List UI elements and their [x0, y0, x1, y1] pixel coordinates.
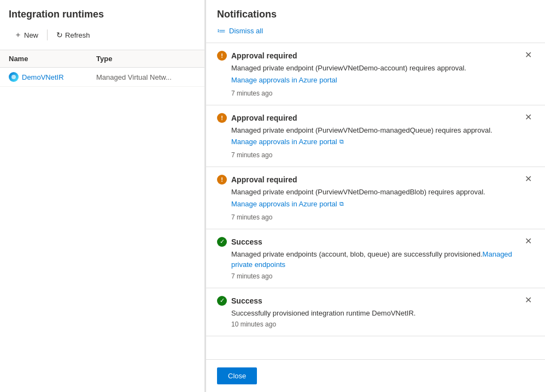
- notif-title-row-3: ! Approval required: [217, 175, 297, 185]
- external-link-icon-3: ⧉: [339, 200, 344, 207]
- notif-body-5: Successfully provisioned integration run…: [217, 308, 534, 319]
- notifications-title: Notifications: [217, 9, 534, 20]
- success-icon-4: ✓: [217, 237, 227, 247]
- notif-close-button-5[interactable]: ✕: [523, 296, 534, 305]
- notif-title-row-5: ✓ Success: [217, 296, 262, 306]
- new-label: New: [24, 31, 38, 39]
- toolbar: ＋ New ↻ Refresh: [9, 27, 196, 43]
- notif-title-row-1: ! Approval required: [217, 51, 297, 61]
- notif-type-title-1: Approval required: [231, 51, 297, 60]
- warning-icon-3: !: [217, 175, 227, 185]
- notif-type-title-4: Success: [231, 237, 262, 246]
- plus-icon: ＋: [14, 30, 22, 40]
- notif-time-3: 7 minutes ago: [217, 213, 534, 221]
- notif-link-1[interactable]: Manage approvals in Azure portal: [217, 76, 337, 84]
- notif-close-button-3[interactable]: ✕: [523, 175, 534, 183]
- notification-item-1: ! Approval required ✕ Managed private en…: [206, 43, 545, 105]
- notification-item-3: ! Approval required ✕ Managed private en…: [206, 167, 545, 229]
- col-name-header: Name: [9, 55, 96, 63]
- notification-item-4: ✓ Success ✕ Managed private endpoints (a…: [206, 229, 545, 288]
- notif-item-header-3: ! Approval required ✕: [217, 175, 534, 185]
- notif-type-title-5: Success: [231, 296, 262, 305]
- notif-body-1: Managed private endpoint (PurviewVNetDem…: [217, 63, 534, 74]
- row-type-cell: Managed Virtual Netw...: [96, 73, 196, 81]
- notif-link-3[interactable]: Manage approvals in Azure portal ⧉: [217, 200, 344, 208]
- table-header: Name Type: [0, 50, 204, 68]
- external-link-icon-2: ⧉: [339, 138, 344, 145]
- notif-item-header-4: ✓ Success ✕: [217, 237, 534, 247]
- notif-link-text-2: Manage approvals in Azure portal: [231, 138, 337, 146]
- notif-time-1: 7 minutes ago: [217, 90, 534, 97]
- notif-title-row-4: ✓ Success: [217, 237, 262, 247]
- warning-icon-2: !: [217, 113, 227, 123]
- notif-item-header-5: ✓ Success ✕: [217, 296, 534, 306]
- close-button[interactable]: Close: [217, 367, 257, 384]
- warning-icon-1: !: [217, 51, 227, 61]
- notification-item-5: ✓ Success ✕ Successfully provisioned int…: [206, 288, 545, 337]
- dismiss-all-icon: ≔: [217, 26, 226, 36]
- dismiss-all-label: Dismiss all: [229, 27, 263, 35]
- left-header: Integration runtimes ＋ New ↻ Refresh: [0, 0, 204, 50]
- success-icon-5: ✓: [217, 296, 227, 306]
- notif-item-header-2: ! Approval required ✕: [217, 113, 534, 123]
- notif-close-button-4[interactable]: ✕: [523, 237, 534, 246]
- left-panel: Integration runtimes ＋ New ↻ Refresh Nam…: [0, 0, 205, 392]
- notif-link-2[interactable]: Manage approvals in Azure portal ⧉: [217, 138, 344, 146]
- runtime-icon: [9, 72, 19, 82]
- notifications-list: ! Approval required ✕ Managed private en…: [206, 43, 545, 359]
- notif-close-button-2[interactable]: ✕: [523, 113, 534, 122]
- notif-link-text-3: Manage approvals in Azure portal: [231, 200, 337, 208]
- notif-body-3: Managed private endpoint (PurviewVNetDem…: [217, 187, 534, 198]
- notifications-panel: Notifications ≔ Dismiss all ! Approval r…: [205, 0, 545, 392]
- runtime-name-link[interactable]: DemoVNetIR: [22, 73, 64, 81]
- notif-time-5: 10 minutes ago: [217, 320, 534, 328]
- notif-title-row-2: ! Approval required: [217, 113, 297, 123]
- notification-item-2: ! Approval required ✕ Managed private en…: [206, 105, 545, 168]
- notifications-header: Notifications ≔ Dismiss all: [206, 0, 545, 43]
- row-name-cell: DemoVNetIR: [9, 72, 96, 82]
- notif-time-4: 7 minutes ago: [217, 272, 534, 280]
- col-type-header: Type: [96, 55, 196, 63]
- notifications-footer: Close: [206, 359, 545, 392]
- notif-body-4: Managed private endpoints (account, blob…: [217, 249, 534, 270]
- refresh-label: Refresh: [65, 31, 90, 39]
- inline-link-4[interactable]: Managed private endpoints: [231, 250, 512, 269]
- table-row[interactable]: DemoVNetIR Managed Virtual Netw...: [0, 68, 204, 87]
- notif-item-header-1: ! Approval required ✕: [217, 51, 534, 61]
- refresh-button[interactable]: ↻ Refresh: [51, 27, 96, 43]
- notif-type-title-3: Approval required: [231, 175, 297, 184]
- notif-time-2: 7 minutes ago: [217, 151, 534, 159]
- new-button[interactable]: ＋ New: [9, 27, 44, 43]
- notif-close-button-1[interactable]: ✕: [523, 51, 534, 60]
- notif-type-title-2: Approval required: [231, 114, 297, 122]
- dismiss-all-button[interactable]: ≔ Dismiss all: [217, 26, 263, 36]
- refresh-icon: ↻: [56, 31, 63, 39]
- runtime-icon-inner: [11, 75, 16, 79]
- notif-body-2: Managed private endpoint (PurviewVNetDem…: [217, 125, 534, 136]
- toolbar-separator: [47, 29, 48, 40]
- page-title: Integration runtimes: [9, 9, 196, 20]
